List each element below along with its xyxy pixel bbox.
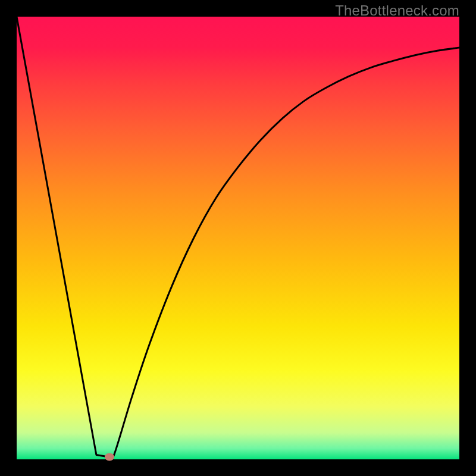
plot-area — [17, 17, 459, 459]
minimum-marker-dot — [105, 453, 114, 461]
gradient-background — [17, 17, 459, 459]
chart-container: TheBottleneck.com — [0, 0, 476, 476]
